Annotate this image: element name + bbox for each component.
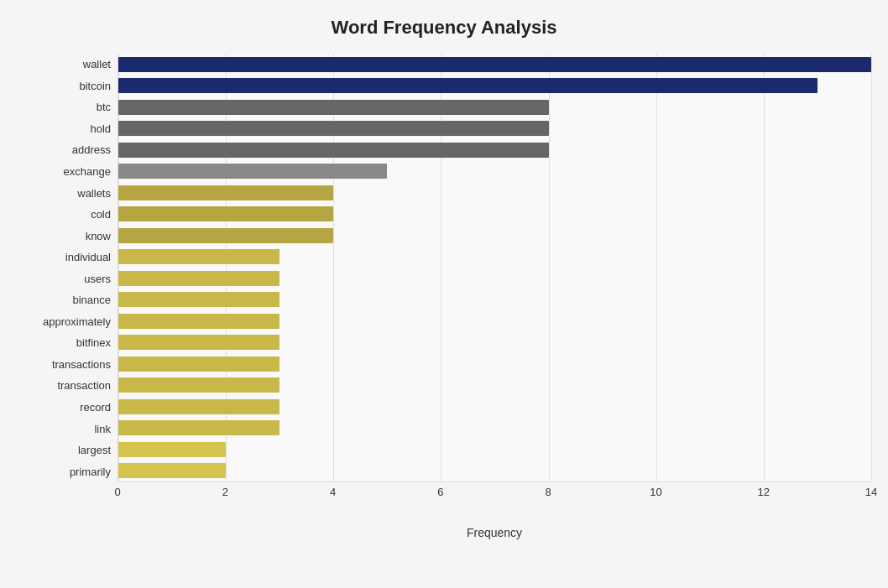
bar-row xyxy=(118,375,871,397)
y-label: wallets xyxy=(77,184,111,202)
x-tick: 14 xyxy=(865,486,877,498)
bar xyxy=(118,78,817,93)
bar-row xyxy=(118,182,871,204)
bar xyxy=(118,420,279,435)
bar xyxy=(118,121,549,136)
bar-row xyxy=(118,247,871,268)
x-tick: 12 xyxy=(757,486,769,498)
bar-row xyxy=(118,310,871,332)
bar-row xyxy=(118,54,871,75)
y-label: bitfinex xyxy=(76,334,111,352)
bar xyxy=(118,249,279,264)
y-label: transaction xyxy=(57,377,111,395)
x-tick: 8 xyxy=(546,486,551,498)
bar-row xyxy=(118,161,871,183)
bar-row xyxy=(118,418,871,440)
chart-area: walletbitcoinbtcholdaddressexchangewalle… xyxy=(17,54,871,516)
bar xyxy=(118,356,279,372)
chart-title: Word Frequency Analysis xyxy=(17,17,871,39)
bar xyxy=(118,185,333,200)
x-tick: 10 xyxy=(650,486,661,498)
chart-container: Word Frequency Analysis walletbitcoinbtc… xyxy=(0,0,888,588)
y-label: exchange xyxy=(64,163,111,181)
y-label: binance xyxy=(72,291,111,310)
bar xyxy=(118,335,279,350)
bar xyxy=(118,57,871,72)
y-label: transactions xyxy=(52,355,111,373)
bar xyxy=(118,143,549,158)
x-tick: 4 xyxy=(330,486,336,498)
y-label: users xyxy=(84,269,111,288)
bar-row xyxy=(118,225,871,247)
bar-row xyxy=(118,204,871,226)
x-tick: 0 xyxy=(114,486,120,498)
y-label: bitcoin xyxy=(79,76,111,95)
bar-row xyxy=(118,439,871,461)
x-tick: 6 xyxy=(437,486,443,498)
bar-row xyxy=(118,353,871,375)
bar xyxy=(118,271,279,286)
bar xyxy=(118,228,333,243)
bars-and-x: Frequency 02468101214 xyxy=(118,54,871,516)
y-label: btc xyxy=(97,98,111,117)
bar-row xyxy=(118,332,871,354)
bar xyxy=(118,164,387,179)
bar-row xyxy=(118,75,871,97)
bar xyxy=(118,399,279,414)
x-tick: 2 xyxy=(222,486,228,498)
bar-row xyxy=(118,96,871,118)
bar xyxy=(118,442,226,457)
y-label: wallet xyxy=(83,55,111,74)
y-label: primarily xyxy=(70,462,111,481)
bar xyxy=(118,463,226,478)
y-label: individual xyxy=(65,248,111,267)
bar-row xyxy=(118,139,871,161)
bar xyxy=(118,314,279,329)
bar xyxy=(118,206,333,221)
y-label: link xyxy=(94,419,111,438)
y-label: address xyxy=(72,141,111,159)
bar-row xyxy=(118,268,871,289)
y-axis: walletbitcoinbtcholdaddressexchangewalle… xyxy=(17,54,118,516)
x-axis-label: Frequency xyxy=(467,526,522,539)
y-label: record xyxy=(80,398,111,417)
bar-row xyxy=(118,118,871,140)
y-label: largest xyxy=(78,441,111,460)
bar-row xyxy=(118,396,871,418)
bar-row xyxy=(118,461,871,482)
bar xyxy=(118,100,549,115)
y-label: hold xyxy=(90,119,111,138)
y-label: cold xyxy=(91,206,111,224)
bar xyxy=(118,377,279,393)
grid-line xyxy=(871,54,872,481)
bar xyxy=(118,292,279,307)
y-label: approximately xyxy=(43,312,111,330)
bars-area xyxy=(118,54,871,482)
bar-row xyxy=(118,289,871,311)
y-label: know xyxy=(86,226,111,245)
x-axis: Frequency 02468101214 xyxy=(118,482,871,516)
